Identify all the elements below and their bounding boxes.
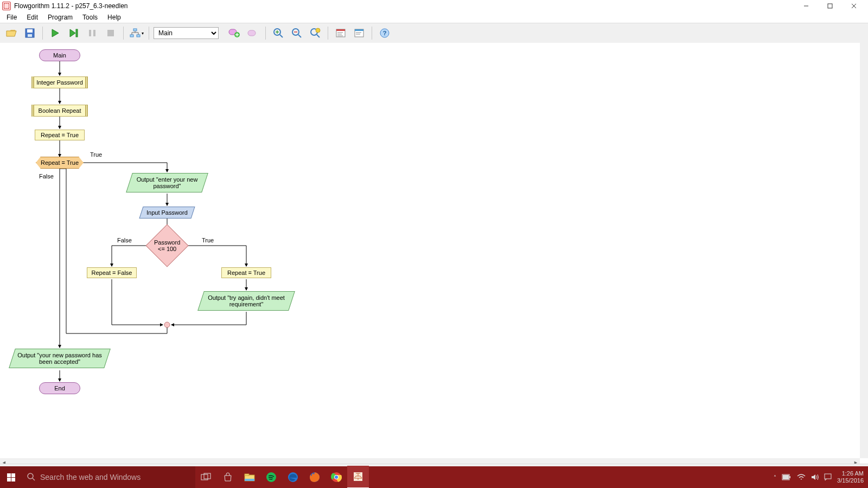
taskbar-spotify[interactable] <box>260 466 282 488</box>
label-if-true: True <box>202 237 214 243</box>
node-assign-repeat-false[interactable]: Repeat = False <box>87 267 137 278</box>
taskbar-store[interactable] <box>217 466 239 488</box>
stop-button[interactable] <box>103 25 119 41</box>
function-select[interactable]: Main <box>154 27 219 39</box>
toolbar: ▾ Main ? <box>0 23 868 43</box>
node-end[interactable]: End <box>39 382 80 394</box>
taskbar-search[interactable]: Search the web and Windows <box>22 466 195 488</box>
svg-text:?: ? <box>383 30 387 36</box>
svg-rect-5 <box>27 29 33 33</box>
step-button[interactable] <box>66 25 82 41</box>
node-assign-repeat-true[interactable]: Repeat = True <box>35 130 85 140</box>
minimize-button[interactable] <box>794 0 818 12</box>
label-loop-false: False <box>39 173 54 179</box>
svg-line-20 <box>298 35 301 37</box>
delete-function-button[interactable] <box>245 25 261 41</box>
svg-line-18 <box>280 35 283 37</box>
search-icon <box>27 473 36 481</box>
start-button[interactable] <box>0 466 22 488</box>
svg-rect-8 <box>89 30 91 36</box>
save-button[interactable] <box>22 25 38 41</box>
menu-edit[interactable]: Edit <box>22 12 42 22</box>
add-function-button[interactable] <box>226 25 242 41</box>
svg-rect-6 <box>28 34 32 37</box>
node-input-password[interactable]: Input Password <box>139 207 195 219</box>
taskbar-flowgorithm[interactable] <box>347 466 369 488</box>
flowchart-canvas[interactable]: Main Integer Password Boolean Repeat Rep… <box>0 43 868 458</box>
windows-taskbar: Search the web and Windows ˄ 1:26 AM 3/1… <box>0 466 868 488</box>
view-code-button[interactable] <box>333 25 349 41</box>
task-view-button[interactable] <box>195 466 217 488</box>
svg-rect-11 <box>133 29 137 31</box>
node-declare-repeat[interactable]: Boolean Repeat <box>31 105 88 117</box>
node-main[interactable]: Main <box>39 49 80 61</box>
window-titlebar: Flowgorithm 1.11.2 - p257_6.3-needlen <box>0 0 868 12</box>
taskbar-edge[interactable] <box>282 466 304 488</box>
svg-rect-12 <box>130 35 133 37</box>
svg-point-44 <box>28 473 33 479</box>
taskbar-explorer[interactable] <box>239 466 260 488</box>
svg-line-45 <box>33 478 35 480</box>
svg-rect-61 <box>825 474 831 479</box>
close-button[interactable] <box>842 0 866 12</box>
menubar: File Edit Program Tools Help <box>0 12 868 23</box>
system-tray: ˄ 1:26 AM 3/15/2016 <box>769 470 868 484</box>
volume-icon[interactable] <box>811 473 819 481</box>
zoom-out-button[interactable] <box>289 25 305 41</box>
battery-icon[interactable] <box>782 474 792 480</box>
node-declare-password[interactable]: Integer Password <box>31 76 88 88</box>
help-button[interactable]: ? <box>376 25 393 41</box>
maximize-button[interactable] <box>818 0 842 12</box>
svg-rect-25 <box>336 29 345 31</box>
svg-rect-10 <box>107 30 114 36</box>
menu-program[interactable]: Program <box>43 12 77 22</box>
layout-button[interactable]: ▾ <box>128 25 144 41</box>
windows-logo-icon <box>7 473 15 481</box>
notifications-icon[interactable] <box>824 473 832 481</box>
taskbar-clock[interactable]: 1:26 AM 3/15/2016 <box>837 470 864 484</box>
menu-tools[interactable]: Tools <box>78 12 102 22</box>
svg-rect-13 <box>137 35 140 37</box>
svg-point-23 <box>316 28 320 33</box>
label-loop-true: True <box>90 151 102 158</box>
svg-rect-9 <box>93 30 95 36</box>
taskbar-firefox[interactable] <box>304 466 326 488</box>
svg-rect-30 <box>355 29 363 31</box>
pause-button[interactable] <box>84 25 100 41</box>
svg-rect-59 <box>789 476 790 478</box>
svg-rect-1 <box>828 4 832 8</box>
tray-chevron-icon[interactable]: ˄ <box>774 474 776 480</box>
svg-rect-49 <box>245 474 249 476</box>
node-output-retry[interactable]: Output "try again, didn't meet requireme… <box>197 291 295 311</box>
wifi-icon[interactable] <box>797 473 806 481</box>
node-output-prompt[interactable]: Output "enter your new password" <box>126 173 208 192</box>
menu-help[interactable]: Help <box>103 12 125 22</box>
view-console-button[interactable] <box>351 25 367 41</box>
svg-rect-50 <box>245 479 254 481</box>
svg-rect-60 <box>783 475 789 479</box>
node-loop[interactable]: Repeat = True <box>36 157 84 169</box>
node-output-accepted[interactable]: Output "your new password has been accep… <box>9 349 111 368</box>
flow-connectors <box>0 43 776 401</box>
run-button[interactable] <box>47 25 63 41</box>
zoom-in-button[interactable] <box>270 25 286 41</box>
window-title: Flowgorithm 1.11.2 - p257_6.3-needlen <box>14 2 794 10</box>
app-icon <box>2 2 11 10</box>
svg-line-22 <box>317 35 320 37</box>
svg-rect-16 <box>248 30 256 36</box>
svg-point-42 <box>164 322 170 328</box>
svg-rect-7 <box>76 29 78 37</box>
taskbar-chrome[interactable] <box>326 466 347 488</box>
svg-point-56 <box>335 476 338 479</box>
menu-file[interactable]: File <box>2 12 21 22</box>
vertical-scrollbar[interactable] <box>860 43 868 458</box>
zoom-settings-button[interactable] <box>307 25 323 41</box>
open-button[interactable] <box>3 25 20 41</box>
node-assign-repeat-true2[interactable]: Repeat = True <box>221 267 271 278</box>
label-if-false: False <box>117 237 132 243</box>
